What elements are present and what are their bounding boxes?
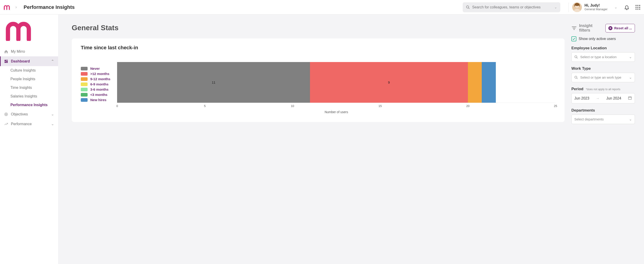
legend-item[interactable]: New hires (81, 98, 110, 102)
target-icon (4, 112, 8, 116)
user-menu[interactable]: Hi, Judy! General Manager ⌄ (568, 3, 617, 12)
chevron-down-icon[interactable]: ⌄ (629, 75, 632, 80)
legend-swatch (81, 83, 88, 86)
chart-axis-label: Number of users (117, 110, 556, 114)
sidebar-item-objectives[interactable]: Objectives ⌄ (0, 109, 58, 119)
chevron-down-icon[interactable]: ⌄ (51, 122, 54, 126)
sidebar-item-label: Dashboard (11, 59, 30, 63)
apps-grid-icon[interactable] (636, 5, 640, 10)
bar-segment[interactable] (468, 62, 482, 103)
chevron-down-icon[interactable]: ⌄ (51, 112, 54, 116)
filters-title: Insight filters (579, 24, 595, 33)
legend-item[interactable]: Never (81, 67, 110, 70)
sidebar-subitem-people[interactable]: People Insights (0, 75, 58, 83)
reset-filters-label: Reset all ... (614, 26, 632, 30)
home-icon (4, 50, 8, 54)
location-select[interactable]: Select or type a location ⌄ (572, 52, 635, 62)
close-icon: ✕ (608, 26, 612, 30)
sidebar-item-label: Objectives (11, 112, 28, 116)
show-active-toggle[interactable]: Show only active users (572, 36, 635, 41)
legend-item[interactable]: 6-9 months (81, 82, 110, 86)
show-active-label: Show only active users (579, 37, 616, 41)
legend-label: 9-12 months (90, 77, 110, 81)
search-icon (574, 76, 578, 79)
svg-rect-15 (6, 61, 8, 63)
period-from: Jun 2023 (574, 96, 589, 100)
calendar-icon[interactable] (628, 96, 632, 101)
breadcrumb-page-title: Performance Insights (24, 4, 75, 10)
page-title: General Stats (72, 24, 564, 32)
sidebar-item-label: My Mirro (11, 50, 25, 54)
legend-swatch (81, 98, 88, 102)
departments-label: Departments (572, 108, 635, 113)
legend-item[interactable]: <3 months (81, 93, 110, 97)
period-note: *does not apply to all reports (586, 88, 620, 91)
period-range[interactable]: Jun 2023 → Jun 2024 (572, 93, 635, 104)
svg-rect-10 (636, 9, 636, 10)
legend-label: 6-9 months (90, 82, 108, 86)
svg-line-1 (468, 8, 470, 9)
legend-item[interactable]: 3-6 months (81, 88, 110, 91)
legend-item[interactable]: 9-12 months (81, 77, 110, 81)
legend-label: <3 months (90, 93, 107, 97)
bar-segment[interactable] (482, 62, 496, 103)
axis-tick: 25 (554, 104, 557, 108)
reset-filters-button[interactable]: ✕ Reset all ... (606, 24, 635, 33)
chevron-down-icon[interactable]: ⌄ (614, 5, 617, 9)
search-icon (574, 55, 578, 59)
sidebar-subitem-time[interactable]: Time Insights (0, 83, 58, 92)
svg-rect-5 (638, 5, 638, 6)
axis-tick: 20 (466, 104, 469, 108)
svg-point-23 (575, 56, 577, 58)
axis-tick: 5 (204, 104, 206, 108)
user-role: General Manager (584, 8, 608, 11)
avatar (572, 3, 582, 12)
legend-swatch (81, 72, 88, 76)
sidebar-item-dashboard[interactable]: Dashboard ⌃ (0, 56, 58, 66)
svg-rect-16 (4, 61, 6, 63)
svg-rect-6 (639, 5, 640, 6)
sidebar-subitem-culture[interactable]: Culture Insights (0, 66, 58, 75)
axis-tick: 15 (378, 104, 382, 108)
axis-tick: 10 (291, 104, 294, 108)
svg-rect-11 (638, 9, 638, 10)
notifications-icon[interactable] (624, 5, 630, 10)
bar-segment[interactable]: 9 (310, 62, 468, 103)
svg-rect-14 (6, 60, 8, 61)
period-label: Period *does not apply to all reports (572, 87, 635, 91)
legend-label: 3-6 months (90, 88, 108, 91)
brand-logo[interactable] (0, 15, 58, 47)
chevron-down-icon[interactable]: ⌄ (554, 5, 557, 9)
chevron-up-icon[interactable]: ⌃ (51, 59, 54, 63)
bar-segment[interactable]: 11 (117, 62, 310, 103)
svg-rect-13 (4, 60, 6, 61)
arrow-right-icon: → (596, 96, 600, 100)
trend-icon (4, 122, 8, 126)
search-box[interactable]: ⌄ (463, 2, 560, 12)
sidebar-subitem-performance[interactable]: Performance Insights (0, 101, 58, 109)
sidebar-item-my-mirro[interactable]: My Mirro (0, 47, 58, 56)
svg-point-25 (575, 76, 577, 78)
legend-swatch (81, 88, 88, 91)
search-input[interactable] (472, 5, 554, 10)
svg-rect-12 (639, 9, 640, 10)
legend-swatch (81, 67, 88, 70)
worktype-select[interactable]: Select or type an work type ⌄ (572, 73, 635, 82)
chart-x-axis: 0510152025 (117, 103, 556, 109)
svg-rect-27 (628, 97, 632, 99)
svg-rect-4 (636, 5, 636, 6)
sidebar-item-label: Performance (11, 122, 32, 126)
departments-select[interactable]: Select departments ⌄ (572, 115, 635, 124)
chevron-down-icon[interactable]: ⌄ (629, 55, 632, 59)
checkin-card: Time since last check-in Never>12 months… (72, 38, 564, 122)
user-greeting: Hi, Judy! (584, 4, 608, 8)
legend-label: >12 months (90, 72, 110, 76)
sidebar-subitem-salaries[interactable]: Salaries Insights (0, 92, 58, 101)
brand-logo-small[interactable] (4, 5, 10, 10)
sidebar-item-performance[interactable]: Performance ⌄ (0, 119, 58, 129)
chevron-down-icon[interactable]: ⌄ (629, 117, 632, 121)
legend-item[interactable]: >12 months (81, 72, 110, 76)
worktype-label: Work Type (572, 66, 635, 71)
sidebar: My Mirro Dashboard ⌃ Culture Insights Pe… (0, 15, 58, 264)
svg-line-26 (576, 78, 578, 79)
